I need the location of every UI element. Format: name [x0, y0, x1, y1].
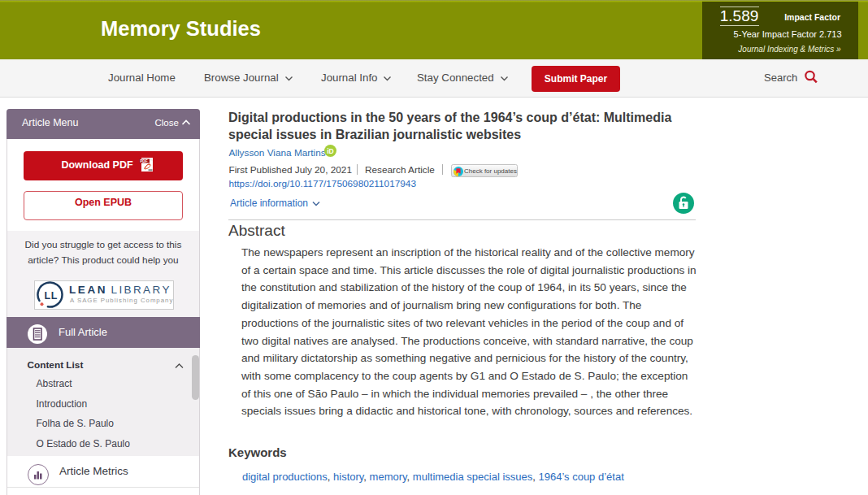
svg-text:iD: iD	[327, 147, 334, 155]
svg-text:PDF: PDF	[140, 159, 147, 163]
svg-text:A SAGE Publishing Company: A SAGE Publishing Company	[70, 297, 173, 304]
svg-text:LIBRARY: LIBRARY	[111, 284, 171, 296]
svg-text:LL: LL	[45, 290, 58, 302]
svg-text:LEAN: LEAN	[69, 284, 107, 296]
